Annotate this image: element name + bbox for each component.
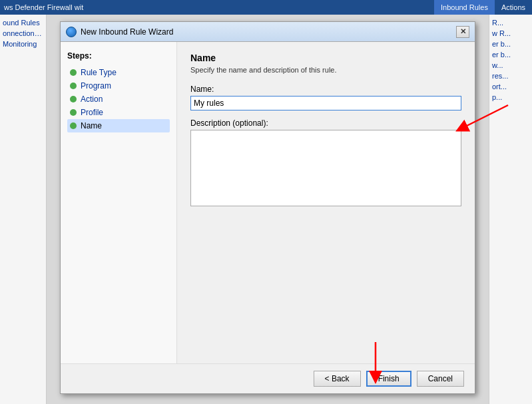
name-input[interactable]	[190, 96, 461, 110]
dialog-steps-panel: Steps: Rule Type Program	[61, 42, 177, 363]
app-content: New Inbound Rule Wizard ✕ Steps: Rul	[47, 15, 489, 404]
step-program[interactable]: Program	[67, 79, 170, 93]
actions-item-7[interactable]: ort...	[489, 81, 532, 92]
actions-item-5[interactable]: w...	[489, 60, 532, 71]
dialog-titlebar: New Inbound Rule Wizard ✕	[61, 22, 475, 42]
actions-item-6[interactable]: res...	[489, 71, 532, 81]
dialog-overlay: New Inbound Rule Wizard ✕ Steps: Rul	[47, 15, 489, 404]
cancel-button[interactable]: Cancel	[417, 371, 464, 387]
app-title-left: ws Defender Firewall wit	[0, 3, 434, 11]
app-title-text: ws Defender Firewall wit	[4, 3, 83, 11]
actions-item-1[interactable]: R...	[489, 17, 532, 28]
main-window: ws Defender Firewall wit Inbound Rules A…	[0, 0, 532, 404]
step-action[interactable]: Action	[67, 93, 170, 106]
finish-button[interactable]: Finish	[366, 371, 411, 387]
actions-panel: R... w R... er b... er b... w... res... …	[489, 15, 532, 404]
actions-item-4[interactable]: er b...	[489, 49, 532, 60]
actions-tab[interactable]: Actions	[495, 0, 532, 15]
app-sidebar: ound Rules onnection Sec Monitoring	[0, 15, 47, 404]
dialog-title: New Inbound Rule Wizard	[81, 27, 456, 37]
dialog-form-area: Name Specify the name and description of…	[177, 42, 475, 363]
name-form-group: Name:	[190, 85, 461, 110]
inbound-rules-tab[interactable]: Inbound Rules	[434, 0, 495, 15]
actions-item-3[interactable]: er b...	[489, 39, 532, 49]
sidebar-item-monitoring[interactable]: Monitoring	[0, 39, 46, 49]
step-name[interactable]: Name	[67, 119, 170, 132]
step-dot-program	[70, 83, 77, 89]
back-button[interactable]: < Back	[314, 371, 361, 387]
step-dot-rule-type	[70, 69, 77, 76]
step-profile[interactable]: Profile	[67, 106, 170, 119]
actions-item-2[interactable]: w R...	[489, 28, 532, 39]
description-textarea[interactable]	[190, 130, 461, 206]
sidebar-item-inbound[interactable]: ound Rules	[0, 17, 46, 28]
description-form-group: Description (optional):	[190, 118, 461, 208]
sidebar-item-connection[interactable]: onnection Sec	[0, 28, 46, 39]
dialog-footer: < Back Finish Cancel	[61, 363, 475, 393]
dialog-close-button[interactable]: ✕	[456, 26, 469, 38]
dialog-icon	[66, 27, 77, 37]
name-label: Name:	[190, 85, 461, 94]
description-label: Description (optional):	[190, 118, 461, 128]
step-rule-type[interactable]: Rule Type	[67, 66, 170, 79]
app-title-bar: ws Defender Firewall wit Inbound Rules A…	[0, 0, 532, 15]
section-heading: Name	[190, 53, 461, 63]
new-inbound-rule-dialog: New Inbound Rule Wizard ✕ Steps: Rul	[60, 21, 475, 394]
step-dot-name	[70, 122, 77, 129]
actions-item-8[interactable]: p...	[489, 92, 532, 102]
steps-label: Steps:	[67, 51, 170, 61]
step-dot-profile	[70, 109, 77, 116]
app-body: ound Rules onnection Sec Monitoring New …	[0, 15, 532, 404]
step-dot-action	[70, 96, 77, 102]
dialog-content: Steps: Rule Type Program	[61, 42, 475, 363]
section-subtitle: Specify the name and description of this…	[190, 66, 461, 74]
spacer	[190, 216, 461, 353]
